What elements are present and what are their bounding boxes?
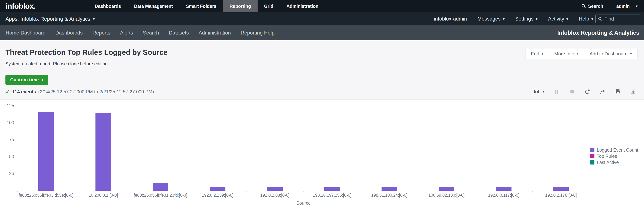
menu-messages[interactable]: Messages▾	[477, 16, 504, 22]
button-label: More Info	[554, 51, 574, 57]
menu-help[interactable]: Help▾	[579, 16, 593, 22]
x-tick-label: 192.0.2.176:[0-0]	[545, 193, 577, 198]
share-icon[interactable]	[600, 89, 606, 94]
find-box[interactable]	[595, 14, 641, 23]
chart-panel: Source 255075100125fe80::250:56ff:fe03:d…	[0, 99, 644, 207]
top-nav-item-reporting[interactable]: Reporting	[223, 0, 258, 12]
bar-198-51-100-24-0-0[interactable]	[382, 187, 397, 191]
y-tick-label: 25	[2, 171, 14, 176]
edit-button[interactable]: Edit▾	[525, 49, 549, 59]
time-range-button[interactable]: Custom time ▾	[6, 75, 48, 85]
user-menu[interactable]: admin ▾	[616, 4, 638, 9]
legend-item-last-active: Last Active	[590, 160, 638, 165]
bar-10-200-0-1-0-0[interactable]	[96, 113, 111, 191]
chevron-down-icon: ▾	[42, 78, 43, 82]
x-tick-label: fe80::250:56ff:fe31:23fd:[0-0]	[134, 193, 187, 198]
chevron-down-icon: ▾	[566, 17, 568, 21]
bar-fe80-250-56ff-fe03-d55e-0-0[interactable]	[38, 112, 54, 191]
legend-swatch	[590, 154, 594, 158]
x-axis-tick	[532, 191, 532, 192]
menu-infoblox-admin[interactable]: infoblox-admin	[434, 16, 467, 22]
print-icon[interactable]	[615, 89, 621, 94]
apps-bar: Apps: Infoblox Reporting & Analytics ▾ i…	[0, 12, 644, 26]
x-axis-title: Source	[18, 200, 590, 206]
bar-fe80-250-56ff-fe31-23fd-0-0[interactable]	[153, 183, 168, 191]
y-tick-label: 125	[2, 103, 14, 108]
menu-label: Settings	[515, 16, 534, 22]
chevron-down-icon: ▾	[543, 90, 544, 93]
top-bar: infoblox. DashboardsData ManagementSmart…	[0, 0, 644, 12]
app-title: Infoblox Reporting & Analytics	[557, 30, 644, 36]
nav-item-administration[interactable]: Administration	[194, 30, 236, 36]
events-count: 114 events	[12, 89, 36, 94]
menu-settings[interactable]: Settings▾	[515, 16, 538, 22]
bar-198-18-197-255-0-0[interactable]	[324, 187, 340, 191]
chevron-down-icon: ▾	[577, 52, 578, 56]
bar-100-69-82-130-0-0[interactable]	[439, 187, 454, 191]
user-label: admin	[616, 4, 630, 9]
top-nav-item-dashboards[interactable]: Dashboards	[88, 0, 128, 12]
legend-swatch	[590, 148, 594, 152]
top-nav-item-grid[interactable]: Grid	[258, 0, 280, 12]
x-tick-label: 198.51.100.24:[0-0]	[371, 193, 408, 198]
bar-192-0-2-176-0-0[interactable]	[553, 187, 569, 191]
events-range: (2/14/25 12:57:27.000 PM to 2/21/25 12:5…	[38, 89, 154, 94]
add-to-dashboard-button[interactable]: Add to Dashboard▾	[584, 49, 638, 59]
legend-item-logged-event-count: Logged Event Count	[590, 148, 638, 153]
job-menu[interactable]: Job ▾	[533, 89, 544, 94]
events-status-row: ✓ 114 events (2/14/25 12:57:27.000 PM to…	[0, 88, 644, 96]
report-subtitle: System-created report: Please clone befo…	[6, 61, 644, 66]
x-tick-label: 198.18.197.255:[0-0]	[313, 193, 351, 198]
chevron-down-icon: ▾	[542, 52, 543, 56]
time-range-label: Custom time	[10, 77, 39, 82]
reporting-nav-items: Home DashboardDashboardsReportsAlertsSea…	[0, 30, 279, 36]
top-right: Search admin ▾	[581, 0, 644, 12]
x-axis-tick	[304, 191, 304, 192]
menu-activity[interactable]: Activity▾	[548, 16, 568, 22]
nav-item-search[interactable]: Search	[138, 30, 164, 36]
button-label: Edit	[531, 51, 539, 57]
nav-item-alerts[interactable]: Alerts	[115, 30, 138, 36]
menu-label: Activity	[548, 16, 564, 22]
legend-label: Top Rules	[597, 154, 617, 159]
x-tick-label: fe80::250:56ff:fe03:d55e:[0-0]	[19, 193, 73, 198]
top-nav-item-data-management[interactable]: Data Management	[128, 0, 179, 12]
x-tick-label: 10.200.0.1:[0-0]	[88, 193, 118, 198]
x-tick-label: 192.0.0.117:[0-0]	[488, 193, 519, 198]
chevron-down-icon: ▾	[630, 52, 632, 56]
nav-item-dashboards[interactable]: Dashboards	[50, 30, 88, 36]
nav-item-reporting-help[interactable]: Reporting Help	[236, 30, 280, 36]
top-nav-item-smart-folders[interactable]: Smart Folders	[179, 0, 223, 12]
divider	[0, 71, 644, 71]
stop-icon[interactable]	[569, 89, 575, 94]
bar-192-0-0-117-0-0[interactable]	[496, 187, 512, 191]
bar-192-0-2-239-0-0[interactable]	[210, 187, 226, 191]
more-info-button[interactable]: More Info▾	[549, 49, 584, 59]
search-label: Search	[588, 4, 603, 9]
pause-icon[interactable]	[554, 89, 560, 94]
download-icon[interactable]	[630, 89, 636, 94]
bar-192-0-2-83-0-0[interactable]	[267, 187, 282, 191]
menu-label: Messages	[477, 16, 500, 22]
nav-item-datasets[interactable]: Datasets	[164, 30, 194, 36]
chevron-down-icon: ▾	[591, 17, 593, 21]
chevron-down-icon: ▾	[93, 17, 94, 21]
legend-swatch	[590, 160, 594, 164]
x-axis-tick	[74, 191, 75, 192]
x-axis-tick	[132, 191, 132, 192]
reload-icon[interactable]	[584, 89, 590, 94]
apps-selector[interactable]: Apps: Infoblox Reporting & Analytics ▾	[0, 16, 95, 22]
nav-item-reports[interactable]: Reports	[88, 30, 115, 36]
reporting-nav: Home DashboardDashboardsReportsAlertsSea…	[0, 26, 644, 40]
global-search-button[interactable]: Search	[581, 4, 603, 9]
button-label: Add to Dashboard	[590, 51, 628, 57]
find-input[interactable]	[604, 16, 636, 22]
legend-label: Logged Event Count	[597, 148, 638, 153]
top-nav: DashboardsData ManagementSmart FoldersRe…	[88, 0, 325, 12]
legend-item-top-rules: Top Rules	[590, 154, 638, 159]
nav-item-home-dashboard[interactable]: Home Dashboard	[1, 30, 50, 36]
top-nav-item-administration[interactable]: Administration	[280, 0, 325, 12]
infoblox-logo: infoblox.	[0, 0, 41, 12]
apps-selector-label: Apps: Infoblox Reporting & Analytics	[6, 16, 90, 22]
report-content: Threat Protection Top Rules Logged by So…	[0, 40, 644, 207]
